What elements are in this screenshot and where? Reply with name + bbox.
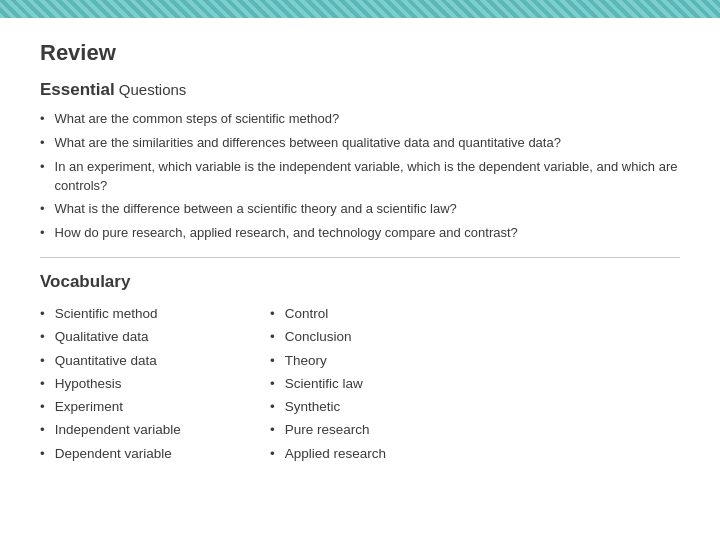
vocab-item-6: Independent variable [40, 420, 260, 440]
essential-bold: Essential [40, 80, 115, 99]
main-content: Review Essential Questions What are the … [0, 18, 720, 484]
eq-bullet-5: How do pure research, applied research, … [40, 224, 680, 243]
vocab-item-9: Conclusion [270, 327, 490, 347]
vocab-col-2: Control Conclusion Theory Scientific law… [270, 304, 490, 464]
section-divider [40, 257, 680, 258]
vocab-item-5: Experiment [40, 397, 260, 417]
vocab-item-10: Theory [270, 351, 490, 371]
vocab-item-4: Hypothesis [40, 374, 260, 394]
vocab-item-2: Qualitative data [40, 327, 260, 347]
vocab-item-13: Pure research [270, 420, 490, 440]
page-title: Review [40, 40, 680, 66]
eq-bullet-4: What is the difference between a scienti… [40, 200, 680, 219]
vocab-item-1: Scientific method [40, 304, 260, 324]
eq-bullet-1: What are the common steps of scientific … [40, 110, 680, 129]
vocabulary-heading: Vocabulary [40, 272, 680, 292]
vocab-col-1: Scientific method Qualitative data Quant… [40, 304, 260, 464]
eq-bullet-2: What are the similarities and difference… [40, 134, 680, 153]
vocab-item-14: Applied research [270, 444, 490, 464]
vocab-item-11: Scientific law [270, 374, 490, 394]
vocabulary-columns: Scientific method Qualitative data Quant… [40, 304, 680, 464]
top-decorative-bar [0, 0, 720, 18]
essential-questions-list: What are the common steps of scientific … [40, 110, 680, 243]
essential-questions-heading: Essential Questions [40, 80, 680, 100]
questions-normal: Questions [115, 81, 187, 98]
eq-bullet-3: In an experiment, which variable is the … [40, 158, 680, 196]
vocab-item-12: Synthetic [270, 397, 490, 417]
vocab-item-3: Quantitative data [40, 351, 260, 371]
vocab-item-7: Dependent variable [40, 444, 260, 464]
vocab-item-8: Control [270, 304, 490, 324]
